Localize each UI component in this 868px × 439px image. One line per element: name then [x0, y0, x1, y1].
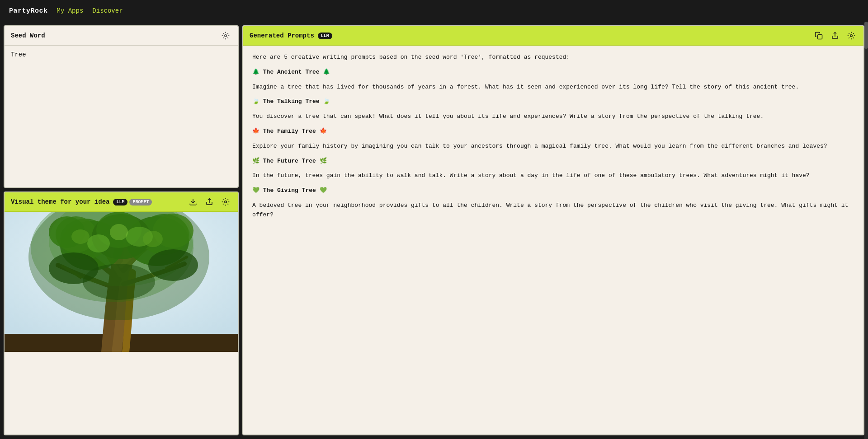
- generated-share-icon: [831, 32, 839, 40]
- tree-image: [5, 212, 238, 352]
- right-panel: Generated Prompts LLM: [242, 25, 864, 435]
- scrollbar-track: [864, 22, 868, 439]
- svg-point-22: [148, 249, 198, 281]
- share-icon: [205, 198, 213, 206]
- generated-prompts-llm-badge: LLM: [318, 33, 332, 39]
- svg-point-23: [83, 264, 155, 300]
- visual-theme-llm-badge: LLM: [113, 199, 127, 205]
- download-icon: [189, 198, 197, 206]
- left-panel: Seed Word Tree Visual th: [4, 25, 239, 435]
- prompt-3-body: Explore your family history by imagining…: [252, 142, 854, 151]
- seed-word-title: Seed Word: [11, 32, 45, 39]
- seed-word-settings-button[interactable]: [220, 31, 231, 41]
- visual-theme-body: [5, 212, 238, 434]
- navbar: PartyRock My Apps Discover: [0, 0, 868, 22]
- prompt-5-heading: 💚 The Giving Tree 💚: [252, 186, 854, 196]
- svg-rect-24: [818, 35, 822, 39]
- svg-point-1: [225, 201, 227, 203]
- prompt-3-heading: 🍁 The Family Tree 🍁: [252, 127, 854, 136]
- generated-prompts-copy-button[interactable]: [813, 31, 825, 41]
- svg-point-0: [225, 35, 227, 37]
- generated-prompts-settings-button[interactable]: [845, 31, 857, 41]
- svg-point-19: [71, 229, 90, 244]
- visual-theme-widget: Visual theme for your idea LLM PROMPT: [4, 191, 239, 435]
- settings-icon: [222, 32, 230, 40]
- visual-theme-prompt-badge: PROMPT: [129, 199, 152, 205]
- prompt-5-body: A beloved tree in your neighborhood prov…: [252, 201, 854, 220]
- generated-intro: Here are 5 creative writing prompts base…: [252, 53, 854, 62]
- visual-theme-header: Visual theme for your idea LLM PROMPT: [5, 192, 238, 212]
- svg-point-25: [850, 35, 853, 37]
- prompt-1-body: Imagine a tree that has lived for thousa…: [252, 83, 854, 92]
- generated-prompts-title: Generated Prompts: [250, 32, 314, 39]
- visual-theme-title-group: Visual theme for your idea LLM PROMPT: [11, 198, 152, 205]
- seed-word-title-group: Seed Word: [11, 32, 45, 39]
- generated-prompts-title-group: Generated Prompts LLM: [250, 32, 332, 39]
- visual-theme-settings-button[interactable]: [220, 197, 231, 207]
- svg-point-20: [143, 231, 163, 247]
- scrollbar-thumb[interactable]: [864, 22, 868, 49]
- seed-word-body: Tree: [5, 46, 238, 187]
- seed-word-header-icons: [220, 31, 231, 41]
- visual-theme-download-button[interactable]: [187, 197, 199, 207]
- prompt-2-body: You discover a tree that can speak! What…: [252, 112, 854, 121]
- generated-prompts-header: Generated Prompts LLM: [243, 26, 863, 46]
- svg-point-18: [110, 224, 128, 240]
- visual-theme-share-button[interactable]: [203, 197, 215, 207]
- copy-icon: [815, 32, 823, 40]
- prompt-4-body: In the future, trees gain the ability to…: [252, 171, 854, 181]
- brand-logo: PartyRock: [9, 7, 48, 15]
- visual-theme-header-icons: [187, 197, 231, 207]
- seed-word-header: Seed Word: [5, 26, 238, 46]
- visual-settings-icon: [222, 198, 230, 206]
- nav-discover[interactable]: Discover: [92, 7, 123, 14]
- generated-prompts-widget: Generated Prompts LLM: [242, 25, 864, 435]
- generated-prompts-body: Here are 5 creative writing prompts base…: [243, 46, 863, 433]
- visual-theme-title: Visual theme for your idea: [11, 198, 109, 205]
- seed-word-widget: Seed Word Tree: [4, 25, 239, 188]
- prompt-2-heading: 🍃 The Talking Tree 🍃: [252, 97, 854, 107]
- main-content: Seed Word Tree Visual th: [0, 22, 868, 439]
- generated-prompts-share-button[interactable]: [829, 31, 841, 41]
- seed-word-input[interactable]: Tree: [11, 51, 231, 159]
- nav-my-apps[interactable]: My Apps: [57, 7, 84, 14]
- svg-point-16: [87, 234, 110, 252]
- prompt-1-heading: 🌲 The Ancient Tree 🌲: [252, 68, 854, 77]
- generated-settings-icon: [847, 32, 855, 40]
- prompt-4-heading: 🌿 The Future Tree 🌿: [252, 157, 854, 166]
- generated-prompts-header-icons: [813, 31, 857, 41]
